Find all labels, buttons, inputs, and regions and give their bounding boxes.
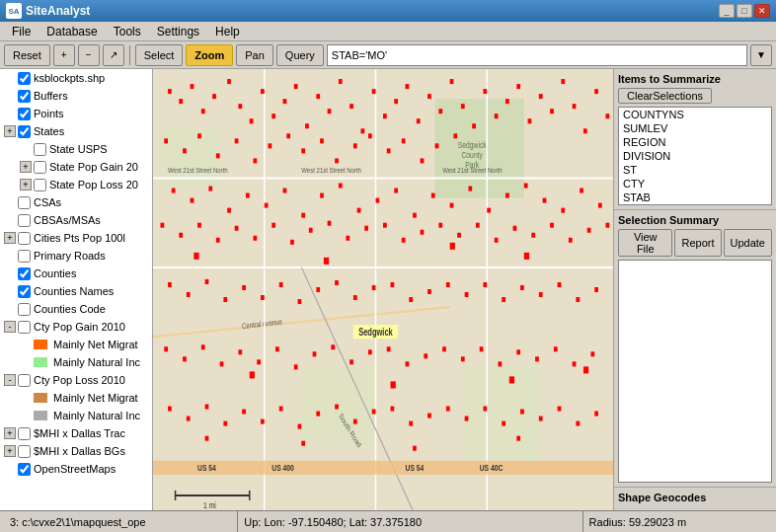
menu-settings[interactable]: Settings bbox=[149, 23, 207, 40]
layer-checkbox-mhi_dallas_bgs[interactable] bbox=[18, 445, 31, 458]
layer-expand-mhi_dallas_bgs[interactable]: + bbox=[4, 445, 16, 457]
pan-button[interactable]: Pan bbox=[236, 44, 273, 66]
layer-expand-state_pop_gain[interactable]: + bbox=[20, 161, 32, 173]
layer-item-buffers[interactable]: Buffers bbox=[0, 87, 152, 105]
layer-checkbox-state_pop_gain[interactable] bbox=[34, 161, 46, 174]
query-input[interactable] bbox=[327, 44, 747, 66]
menu-database[interactable]: Database bbox=[39, 23, 105, 40]
layer-checkbox-csas[interactable] bbox=[18, 196, 31, 209]
svg-rect-137 bbox=[605, 223, 609, 228]
layer-checkbox-cty_pop_gain[interactable] bbox=[18, 321, 31, 334]
pointer-button[interactable]: ↗ bbox=[103, 44, 124, 66]
layer-checkbox-points[interactable] bbox=[18, 108, 31, 120]
layer-expand-state_pop_loss[interactable]: + bbox=[20, 179, 32, 190]
layer-item-cty_pop_gain[interactable]: -Cty Pop Gain 2010 bbox=[0, 318, 152, 336]
list-item-division[interactable]: DIVISION bbox=[619, 149, 771, 163]
menu-help[interactable]: Help bbox=[207, 23, 248, 40]
summary-grid[interactable] bbox=[618, 260, 772, 483]
query-button[interactable]: Query bbox=[276, 44, 324, 66]
svg-rect-170 bbox=[313, 351, 317, 356]
svg-rect-90 bbox=[191, 198, 194, 203]
view-file-button[interactable]: View File bbox=[618, 229, 672, 257]
layer-checkbox-primary_roads[interactable] bbox=[18, 250, 31, 263]
layer-checkbox-cty_pop_loss[interactable] bbox=[18, 374, 31, 387]
zoom-button[interactable]: Zoom bbox=[186, 44, 233, 66]
layer-item-openstreetmaps[interactable]: OpenStreetMaps bbox=[0, 460, 152, 478]
layer-item-counties[interactable]: Counties bbox=[0, 265, 152, 282]
update-button[interactable]: Update bbox=[724, 229, 772, 257]
minimize-button[interactable]: _ bbox=[719, 4, 735, 18]
layer-item-state_pop_loss[interactable]: +State Pop Loss 20 bbox=[0, 176, 152, 193]
layer-checkbox-counties[interactable] bbox=[18, 267, 31, 280]
reset-button[interactable]: Reset bbox=[4, 44, 50, 66]
layer-item-counties_names[interactable]: Counties Names bbox=[0, 282, 152, 300]
layer-expand-cty_pop_loss[interactable]: - bbox=[4, 374, 16, 386]
layer-checkbox-state_usps[interactable] bbox=[34, 143, 46, 156]
layer-item-primary_roads[interactable]: Primary Roads bbox=[0, 247, 152, 265]
list-item-st[interactable]: ST bbox=[619, 163, 771, 177]
map-area[interactable]: Sedgwick County Park West 21st Street No… bbox=[153, 69, 613, 510]
svg-rect-131 bbox=[495, 238, 499, 243]
list-item-stab[interactable]: STAB bbox=[619, 190, 771, 204]
query-dropdown[interactable]: ▼ bbox=[750, 44, 772, 66]
svg-rect-81 bbox=[335, 158, 339, 163]
layer-checkbox-openstreetmaps[interactable] bbox=[18, 463, 31, 476]
layer-item-mhi_dallas_bgs[interactable]: +$MHI x Dallas BGs bbox=[0, 442, 152, 460]
layer-expand-cities_pts[interactable]: + bbox=[4, 232, 16, 244]
svg-rect-53 bbox=[417, 118, 421, 123]
maximize-button[interactable]: □ bbox=[737, 4, 752, 18]
list-item-countyns[interactable]: COUNTYNS bbox=[619, 108, 771, 121]
list-item-region[interactable]: REGION bbox=[619, 135, 771, 149]
menu-tools[interactable]: Tools bbox=[106, 23, 149, 40]
svg-rect-219 bbox=[301, 441, 305, 446]
layer-expand-cty_pop_gain[interactable]: - bbox=[4, 321, 16, 333]
layer-checkbox-mhi_dallas_trac[interactable] bbox=[18, 427, 31, 440]
layer-item-points[interactable]: Points bbox=[0, 105, 152, 122]
clear-selections-button[interactable]: ClearSelections bbox=[618, 88, 712, 104]
layer-item-cty_pop_loss[interactable]: -Cty Pop Loss 2010 bbox=[0, 371, 152, 389]
layer-item-cty_pop_loss_natural[interactable]: Mainly Natural Inc bbox=[0, 407, 152, 424]
layer-expand-states[interactable]: + bbox=[4, 125, 16, 137]
layer-item-cty_pop_gain_natural[interactable]: Mainly Natural Inc bbox=[0, 353, 152, 371]
layer-checkbox-buffers[interactable] bbox=[18, 90, 31, 103]
close-button[interactable]: ✕ bbox=[754, 4, 770, 18]
layer-item-cities_pts[interactable]: +Cities Pts Pop 100l bbox=[0, 229, 152, 247]
layer-item-state_pop_gain[interactable]: +State Pop Gain 20 bbox=[0, 158, 152, 176]
menu-file[interactable]: File bbox=[4, 23, 39, 40]
status-left: 3: c:\cvxe2\1\mapquest_ope bbox=[4, 511, 238, 532]
status-bar: 3: c:\cvxe2\1\mapquest_ope Up: Lon: -97.… bbox=[0, 510, 776, 532]
layer-checkbox-counties_code[interactable] bbox=[18, 303, 31, 316]
list-item-cty[interactable]: CTY bbox=[619, 177, 771, 190]
layer-checkbox-cities_pts[interactable] bbox=[18, 232, 31, 245]
svg-rect-65 bbox=[550, 109, 554, 114]
remove-layer-button[interactable]: − bbox=[78, 44, 100, 66]
svg-rect-36 bbox=[227, 79, 231, 84]
layer-checkbox-states[interactable] bbox=[18, 125, 31, 138]
layer-item-csas[interactable]: CSAs bbox=[0, 193, 152, 211]
layer-item-cbsas[interactable]: CBSAs/MSAs bbox=[0, 211, 152, 229]
svg-rect-80 bbox=[320, 138, 324, 143]
svg-text:US 54: US 54 bbox=[197, 463, 216, 473]
add-layer-button[interactable]: + bbox=[53, 44, 75, 66]
layer-item-states[interactable]: +States bbox=[0, 122, 152, 140]
layer-checkbox-cbsas[interactable] bbox=[18, 214, 31, 227]
layer-item-state_usps[interactable]: State USPS bbox=[0, 140, 152, 158]
list-item-sumlev[interactable]: SUMLEV bbox=[619, 121, 771, 135]
layer-checkbox-state_pop_loss[interactable] bbox=[34, 179, 46, 191]
report-button[interactable]: Report bbox=[674, 229, 721, 257]
svg-rect-207 bbox=[558, 407, 562, 412]
layer-label-mhi_dallas_bgs: $MHI x Dallas BGs bbox=[34, 445, 125, 457]
layer-item-mhi_dallas_trac[interactable]: +$MHI x Dallas Trac bbox=[0, 424, 152, 442]
layer-item-ksblockpts[interactable]: ksblockpts.shp bbox=[0, 69, 152, 87]
layer-checkbox-ksblockpts[interactable] bbox=[18, 72, 31, 85]
window-controls: _ □ ✕ bbox=[719, 4, 770, 18]
select-button[interactable]: Select bbox=[135, 44, 184, 66]
layer-checkbox-counties_names[interactable] bbox=[18, 285, 31, 298]
layer-item-cty_pop_loss_migrat[interactable]: Mainly Net Migrat bbox=[0, 389, 152, 407]
svg-rect-149 bbox=[372, 285, 376, 290]
layer-item-cty_pop_gain_migrat[interactable]: Mainly Net Migrat bbox=[0, 336, 152, 353]
svg-rect-95 bbox=[283, 189, 287, 193]
layer-expand-mhi_dallas_trac[interactable]: + bbox=[4, 427, 16, 439]
items-list[interactable]: COUNTYNSSUMLEVREGIONDIVISIONSTCTYSTAB bbox=[618, 107, 772, 205]
layer-item-counties_code[interactable]: Counties Code bbox=[0, 300, 152, 318]
